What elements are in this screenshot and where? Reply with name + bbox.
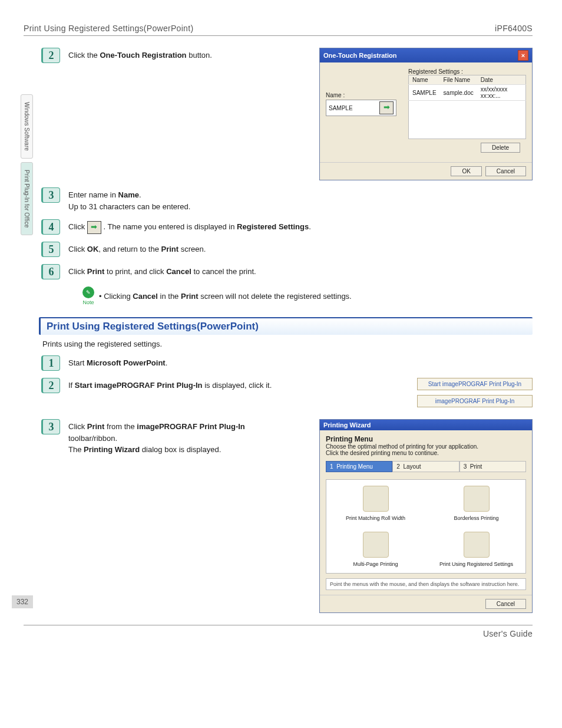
step-badge-3a: 3 [41,187,60,203]
table-row[interactable]: SAMPLE sample.doc xx/xx/xxxx xx:xx:... [409,85,526,101]
pw-opt-registered[interactable]: Print Using Registered Settings [438,532,515,567]
multipage-icon [363,532,389,558]
header-left: Print Using Registered Settings(PowerPoi… [24,24,193,33]
pw-opt-multipage[interactable]: Multi-Page Printing [337,532,414,567]
pw-dialog-title: Printing Wizard [323,421,371,429]
note-icon: ✎ Note [82,286,94,305]
registered-settings-icon [464,532,490,558]
step-3b-text: Click Print from the imagePROGRAF Print … [68,419,280,456]
printing-wizard-dialog: Printing Wizard Printing Menu Choose the… [319,419,533,613]
otr-col-filename: File Name [440,75,477,85]
pw-hint: Point the menus with the mouse, and then… [326,578,526,590]
otr-name-input[interactable]: SAMPLE [329,105,353,111]
step-3a-text: Enter name in Name. Up to 31 characters … [68,187,533,212]
side-tab-print-plugin-office[interactable]: Print Plug-In for Office [21,162,33,235]
otr-col-date: Date [477,75,526,85]
ok-button[interactable]: OK [451,166,481,176]
step-5a-text: Click OK, and return to the Print screen… [68,242,533,255]
step-6a-text: Click Print to print, and click Cancel t… [68,264,533,278]
delete-button[interactable]: Delete [481,143,520,153]
step-badge-4a: 4 [41,219,60,235]
one-touch-registration-dialog: One-Touch Registration × Name : SAMPLE [319,48,533,180]
pw-step-3: 3 Print [459,461,526,472]
step-badge-5a: 5 [41,242,60,257]
page-header: Print Using Registered Settings(PowerPoi… [24,24,533,36]
pw-cancel-button[interactable]: Cancel [485,599,526,609]
pw-opt-roll-width[interactable]: Print Matching Roll Width [337,486,414,521]
otr-col-name: Name [409,75,440,85]
note-block: ✎ Note • Clicking Cancel in the Print sc… [82,286,533,305]
arrow-right-icon[interactable] [87,221,101,234]
side-tab-windows-software[interactable]: Windows Software [21,94,33,159]
section-desc: Prints using the registered settings. [42,340,533,348]
side-tabs: Windows Software Print Plug-In for Offic… [21,94,33,235]
otr-name-label: Name : [326,92,396,98]
step-4a-text: Click . The name you entered is displaye… [68,219,533,234]
otr-table: Name File Name Date SAMPLE sample.doc xx… [408,75,526,139]
step-2a-text: Click the One-Touch Registration button. [68,48,311,61]
pw-step-1: 1 Printing Menu [326,461,392,472]
pw-breadcrumb: 1 Printing Menu 2 Layout 3 Print [326,461,526,472]
header-right: iPF6400S [495,24,533,33]
pw-desc1: Choose the optimal method of printing fo… [326,443,526,450]
pw-menu-title: Printing Menu [326,435,373,443]
footer: User's Guide [24,625,533,638]
otr-registered-label: Registered Settings : [408,68,526,75]
step-badge-6a: 6 [41,264,60,279]
step-badge-3b: 3 [41,419,60,434]
otr-dialog-title: One-Touch Registration [323,52,396,59]
section-header: Print Using Registered Settings(PowerPoi… [39,317,533,335]
arrow-right-icon[interactable] [379,101,394,114]
close-icon[interactable]: × [518,50,528,61]
cancel-button[interactable]: Cancel [485,166,526,176]
step-badge-2a: 2 [41,48,60,63]
start-plugin-toolbar-button[interactable]: Start imagePROGRAF Print Plug-In [417,378,533,390]
plugin-toolbar-label: imagePROGRAF Print Plug-In [417,395,533,407]
step-badge-2b: 2 [41,378,60,393]
pw-desc2: Click the desired printing menu to conti… [326,450,526,456]
roll-width-icon [363,486,389,512]
step-2b-text: If Start imagePROGRAF Print Plug-In is d… [68,378,409,391]
borderless-icon [464,486,490,512]
step-badge-1b: 1 [41,355,60,371]
page-number: 332 [12,595,33,608]
step-1b-text: Start Microsoft PowerPoint. [68,355,533,369]
pw-step-2: 2 Layout [392,461,459,472]
pw-opt-borderless[interactable]: Borderless Printing [438,486,515,521]
